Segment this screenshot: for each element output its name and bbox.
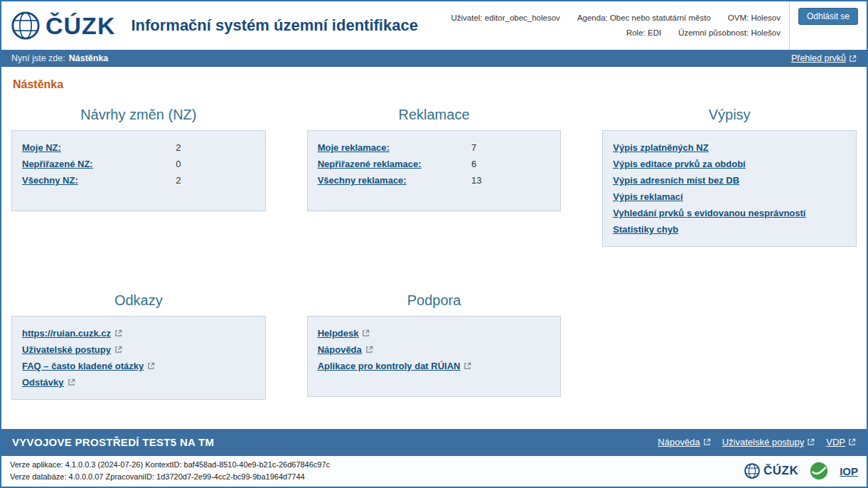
vsechny-reklamace-link[interactable]: Všechny reklamace:: [318, 172, 471, 189]
main-content: Nástěnka Návrhy změn (NZ) Moje NZ: 2 Nep…: [1, 67, 867, 429]
moje-nz-link[interactable]: Moje NZ:: [22, 139, 176, 156]
footer-napoveda-link[interactable]: Nápověda: [658, 437, 710, 447]
version-footer: Verze aplikace: 4.1.0.0.3 (2024-07-26) K…: [1, 456, 867, 487]
cuzk-footer-logo-text: ČÚZK: [763, 464, 798, 478]
panel-vypisy: Výpisy Výpis zplatněných NZ Výpis editac…: [602, 94, 857, 247]
faq-link[interactable]: FAQ – často kladené otázky: [22, 358, 255, 374]
link-label: Uživatelské postupy: [722, 437, 805, 447]
external-link-icon: [703, 438, 711, 446]
version-line-1: Verze aplikace: 4.1.0.0.3 (2024-07-26) K…: [10, 459, 330, 472]
helpdesk-link[interactable]: Helpdesk: [318, 325, 551, 341]
panel-vypisy-title: Výpisy: [602, 107, 857, 123]
neprirazene-nz-count: 0: [176, 156, 181, 172]
prehled-prvku-link[interactable]: Přehled prvků: [791, 53, 857, 63]
cuzk-globe-icon: [10, 10, 41, 41]
agenda-label: Agenda: Obec nebo statutární město: [577, 11, 711, 26]
cuzk-globe-icon: [744, 462, 761, 479]
footer-uzivatelske-postupy-link[interactable]: Uživatelské postupy: [722, 437, 815, 447]
uzivatelske-postupy-link[interactable]: Uživatelské postupy: [22, 341, 255, 358]
link-label: Uživatelské postupy: [22, 341, 111, 358]
panel-podpora-body: Helpdesk Nápověda Aplikace pro kontroly …: [307, 316, 562, 397]
green-circle-logo: [810, 462, 828, 480]
logout-button[interactable]: Odhlásit se: [798, 8, 858, 25]
link-label: Helpdesk: [318, 325, 359, 341]
panel-navrhy-zmen-body: Moje NZ: 2 Nepřiřazené NZ: 0 Všechny NZ:…: [11, 130, 266, 211]
external-link-icon: [365, 346, 373, 354]
prehled-prvku-label: Přehled prvků: [791, 53, 846, 63]
app-title: Informační systém územní identifikace: [131, 16, 417, 35]
footer-links: Nápověda Uživatelské postupy VDP: [658, 437, 856, 447]
breadcrumb-current: Nástěnka: [69, 53, 109, 63]
external-link-icon: [849, 55, 857, 63]
user-info: Uživatel: editor_obec_holesov Agenda: Ob…: [451, 11, 789, 40]
vypis-adresnich-mist-link[interactable]: Výpis adresních míst bez DB: [613, 172, 846, 189]
stat-row: Nepřiřazené NZ: 0: [22, 156, 255, 172]
moje-nz-count: 2: [176, 139, 181, 156]
odstavky-link[interactable]: Odstávky: [22, 374, 255, 391]
panel-reklamace-title: Reklamace: [307, 107, 562, 123]
neprirazene-nz-link[interactable]: Nepřiřazené NZ:: [22, 156, 176, 172]
panel-reklamace: Reklamace Moje reklamace: 7 Nepřiřazené …: [307, 94, 562, 247]
external-link-icon: [114, 329, 122, 337]
page-title: Nástěnka: [13, 78, 855, 91]
vyhledani-prvku-link[interactable]: Vyhledání prvků s evidovanou nesprávnost…: [613, 205, 846, 221]
breadcrumb-bar: Nyní jste zde:Nástěnka Přehled prvků: [1, 50, 867, 67]
stat-row: Moje reklamace: 7: [318, 139, 551, 156]
statistiky-chyb-link[interactable]: Statistiky chyb: [613, 221, 846, 238]
link-label: Nápověda: [658, 437, 700, 447]
vsechny-nz-count: 2: [176, 172, 181, 189]
stat-row: Všechny NZ: 2: [22, 172, 255, 189]
scope-label: Územní působnost: Holešov: [678, 26, 781, 41]
aplikace-kontroly-ruian-link[interactable]: Aplikace pro kontroly dat RÚIAN: [318, 358, 551, 374]
vypis-zplatnenych-nz-link[interactable]: Výpis zplatněných NZ: [613, 139, 846, 156]
link-label: VDP: [826, 437, 845, 447]
panel-navrhy-zmen-title: Návrhy změn (NZ): [11, 107, 266, 123]
link-label: Výpis editace prvků za období: [613, 156, 745, 172]
vsechny-reklamace-count: 13: [471, 172, 481, 189]
link-label: Výpis reklamací: [613, 189, 682, 205]
vypis-editace-prvku-link[interactable]: Výpis editace prvků za období: [613, 156, 846, 172]
external-link-icon: [848, 438, 856, 446]
panel-podpora-title: Podpora: [307, 292, 562, 309]
vypis-reklamaci-link[interactable]: Výpis reklamací: [613, 189, 846, 205]
link-label: Nápověda: [318, 341, 362, 358]
grid-spacer: [602, 280, 857, 400]
isui-page: ČÚZK Informační systém územní identifika…: [0, 0, 868, 488]
dashboard-row-2: Odkazy https://ruian.cuzk.cz Uživatelské…: [11, 280, 857, 400]
user-info-line-1: Uživatel: editor_obec_holesov Agenda: Ob…: [451, 11, 781, 26]
external-link-icon: [807, 438, 815, 446]
link-label: Výpis adresních míst bez DB: [613, 172, 739, 189]
panel-odkazy-title: Odkazy: [11, 292, 266, 309]
link-label: https://ruian.cuzk.cz: [22, 325, 111, 341]
dashboard-row-1: Návrhy změn (NZ) Moje NZ: 2 Nepřiřazené …: [11, 94, 857, 247]
external-link-icon: [68, 378, 75, 386]
ovm-label: OVM: Holesov: [728, 11, 781, 26]
link-label: Statistiky chyb: [613, 221, 678, 238]
link-label: FAQ – často kladené otázky: [22, 358, 144, 374]
panel-vypisy-body: Výpis zplatněných NZ Výpis editace prvků…: [602, 130, 857, 247]
breadcrumb-prefix: Nyní jste zde:: [11, 53, 65, 63]
external-link-icon: [464, 362, 471, 370]
link-label: Aplikace pro kontroly dat RÚIAN: [318, 358, 461, 374]
external-link-icon: [147, 362, 155, 370]
napoveda-link[interactable]: Nápověda: [318, 341, 551, 358]
role-label: Role: EDI: [626, 26, 661, 41]
footer-vdp-link[interactable]: VDP: [826, 437, 856, 447]
moje-reklamace-link[interactable]: Moje reklamace:: [318, 139, 471, 156]
environment-bar: VYVOJOVE PROSTŘEDÍ TEST5 NA TM Nápověda …: [1, 429, 867, 456]
link-label: Vyhledání prvků s evidovanou nesprávnost…: [613, 205, 805, 221]
vsechny-nz-link[interactable]: Všechny NZ:: [22, 172, 176, 189]
ruian-cuzk-link[interactable]: https://ruian.cuzk.cz: [22, 325, 255, 341]
user-label: Uživatel: editor_obec_holesov: [451, 11, 559, 26]
stat-row: Nepřiřazené reklamace: 6: [318, 156, 551, 172]
user-info-line-2: Role: EDI Územní působnost: Holešov: [451, 26, 781, 41]
breadcrumb: Nyní jste zde:Nástěnka: [11, 53, 108, 63]
cuzk-brand: ČÚZK: [10, 10, 115, 41]
panel-podpora: Podpora Helpdesk Nápověda Aplikace pro k…: [307, 280, 562, 400]
iop-link[interactable]: IOP: [840, 465, 858, 477]
panel-reklamace-body: Moje reklamace: 7 Nepřiřazené reklamace:…: [307, 130, 562, 211]
version-info: Verze aplikace: 4.1.0.0.3 (2024-07-26) K…: [10, 459, 330, 484]
stat-row: Moje NZ: 2: [22, 139, 255, 156]
neprirazene-reklamace-link[interactable]: Nepřiřazené reklamace:: [318, 156, 471, 172]
footer-logos: ČÚZK IOP: [744, 462, 858, 480]
